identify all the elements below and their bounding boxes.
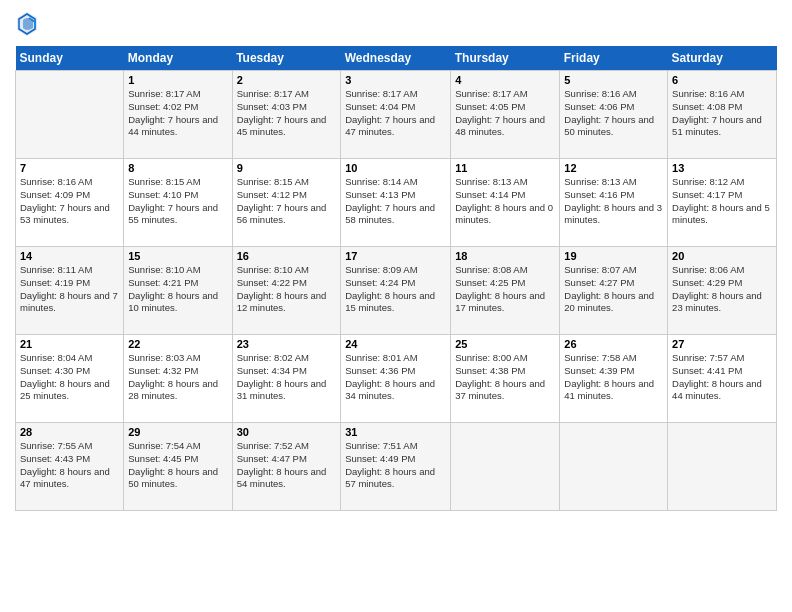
day-info: Sunrise: 8:12 AMSunset: 4:17 PMDaylight:… [672, 176, 772, 227]
day-number: 26 [564, 338, 663, 350]
day-number: 4 [455, 74, 555, 86]
week-row-3: 14Sunrise: 8:11 AMSunset: 4:19 PMDayligh… [16, 247, 777, 335]
day-number: 28 [20, 426, 119, 438]
day-number: 6 [672, 74, 772, 86]
week-row-2: 7Sunrise: 8:16 AMSunset: 4:09 PMDaylight… [16, 159, 777, 247]
day-info: Sunrise: 8:17 AMSunset: 4:04 PMDaylight:… [345, 88, 446, 139]
day-info: Sunrise: 8:14 AMSunset: 4:13 PMDaylight:… [345, 176, 446, 227]
day-number: 9 [237, 162, 337, 174]
day-number: 24 [345, 338, 446, 350]
calendar-table: SundayMondayTuesdayWednesdayThursdayFrid… [15, 46, 777, 511]
day-number: 16 [237, 250, 337, 262]
calendar-cell: 28Sunrise: 7:55 AMSunset: 4:43 PMDayligh… [16, 423, 124, 511]
day-info: Sunrise: 8:06 AMSunset: 4:29 PMDaylight:… [672, 264, 772, 315]
calendar-cell: 11Sunrise: 8:13 AMSunset: 4:14 PMDayligh… [451, 159, 560, 247]
day-info: Sunrise: 8:03 AMSunset: 4:32 PMDaylight:… [128, 352, 227, 403]
calendar-cell: 20Sunrise: 8:06 AMSunset: 4:29 PMDayligh… [668, 247, 777, 335]
week-row-4: 21Sunrise: 8:04 AMSunset: 4:30 PMDayligh… [16, 335, 777, 423]
week-row-5: 28Sunrise: 7:55 AMSunset: 4:43 PMDayligh… [16, 423, 777, 511]
weekday-header-thursday: Thursday [451, 46, 560, 71]
day-info: Sunrise: 8:17 AMSunset: 4:05 PMDaylight:… [455, 88, 555, 139]
day-info: Sunrise: 8:08 AMSunset: 4:25 PMDaylight:… [455, 264, 555, 315]
day-number: 18 [455, 250, 555, 262]
day-number: 22 [128, 338, 227, 350]
calendar-cell: 6Sunrise: 8:16 AMSunset: 4:08 PMDaylight… [668, 71, 777, 159]
day-info: Sunrise: 7:52 AMSunset: 4:47 PMDaylight:… [237, 440, 337, 491]
day-info: Sunrise: 8:01 AMSunset: 4:36 PMDaylight:… [345, 352, 446, 403]
day-info: Sunrise: 8:10 AMSunset: 4:22 PMDaylight:… [237, 264, 337, 315]
day-number: 5 [564, 74, 663, 86]
day-number: 27 [672, 338, 772, 350]
day-info: Sunrise: 8:04 AMSunset: 4:30 PMDaylight:… [20, 352, 119, 403]
day-info: Sunrise: 7:51 AMSunset: 4:49 PMDaylight:… [345, 440, 446, 491]
day-number: 3 [345, 74, 446, 86]
day-number: 2 [237, 74, 337, 86]
day-info: Sunrise: 8:10 AMSunset: 4:21 PMDaylight:… [128, 264, 227, 315]
day-info: Sunrise: 8:07 AMSunset: 4:27 PMDaylight:… [564, 264, 663, 315]
calendar-cell: 7Sunrise: 8:16 AMSunset: 4:09 PMDaylight… [16, 159, 124, 247]
day-number: 19 [564, 250, 663, 262]
calendar-cell: 4Sunrise: 8:17 AMSunset: 4:05 PMDaylight… [451, 71, 560, 159]
day-number: 7 [20, 162, 119, 174]
day-info: Sunrise: 8:09 AMSunset: 4:24 PMDaylight:… [345, 264, 446, 315]
weekday-header-friday: Friday [560, 46, 668, 71]
weekday-header-row: SundayMondayTuesdayWednesdayThursdayFrid… [16, 46, 777, 71]
day-number: 31 [345, 426, 446, 438]
day-info: Sunrise: 7:54 AMSunset: 4:45 PMDaylight:… [128, 440, 227, 491]
weekday-header-wednesday: Wednesday [341, 46, 451, 71]
calendar-cell: 3Sunrise: 8:17 AMSunset: 4:04 PMDaylight… [341, 71, 451, 159]
calendar-cell: 13Sunrise: 8:12 AMSunset: 4:17 PMDayligh… [668, 159, 777, 247]
day-info: Sunrise: 8:15 AMSunset: 4:10 PMDaylight:… [128, 176, 227, 227]
day-number: 30 [237, 426, 337, 438]
day-info: Sunrise: 7:55 AMSunset: 4:43 PMDaylight:… [20, 440, 119, 491]
week-row-1: 1Sunrise: 8:17 AMSunset: 4:02 PMDaylight… [16, 71, 777, 159]
calendar-cell: 9Sunrise: 8:15 AMSunset: 4:12 PMDaylight… [232, 159, 341, 247]
page: SundayMondayTuesdayWednesdayThursdayFrid… [0, 0, 792, 612]
weekday-header-sunday: Sunday [16, 46, 124, 71]
logo [15, 10, 43, 38]
day-info: Sunrise: 8:00 AMSunset: 4:38 PMDaylight:… [455, 352, 555, 403]
weekday-header-monday: Monday [124, 46, 232, 71]
day-info: Sunrise: 8:17 AMSunset: 4:02 PMDaylight:… [128, 88, 227, 139]
day-number: 25 [455, 338, 555, 350]
weekday-header-saturday: Saturday [668, 46, 777, 71]
day-number: 17 [345, 250, 446, 262]
day-info: Sunrise: 8:11 AMSunset: 4:19 PMDaylight:… [20, 264, 119, 315]
calendar-cell: 14Sunrise: 8:11 AMSunset: 4:19 PMDayligh… [16, 247, 124, 335]
day-info: Sunrise: 8:13 AMSunset: 4:16 PMDaylight:… [564, 176, 663, 227]
calendar-cell: 8Sunrise: 8:15 AMSunset: 4:10 PMDaylight… [124, 159, 232, 247]
calendar-cell: 31Sunrise: 7:51 AMSunset: 4:49 PMDayligh… [341, 423, 451, 511]
calendar-cell: 25Sunrise: 8:00 AMSunset: 4:38 PMDayligh… [451, 335, 560, 423]
day-number: 10 [345, 162, 446, 174]
calendar-cell [560, 423, 668, 511]
day-info: Sunrise: 8:13 AMSunset: 4:14 PMDaylight:… [455, 176, 555, 227]
day-number: 20 [672, 250, 772, 262]
day-number: 12 [564, 162, 663, 174]
day-number: 8 [128, 162, 227, 174]
day-number: 11 [455, 162, 555, 174]
day-number: 21 [20, 338, 119, 350]
calendar-cell: 21Sunrise: 8:04 AMSunset: 4:30 PMDayligh… [16, 335, 124, 423]
calendar-cell: 17Sunrise: 8:09 AMSunset: 4:24 PMDayligh… [341, 247, 451, 335]
calendar-cell: 23Sunrise: 8:02 AMSunset: 4:34 PMDayligh… [232, 335, 341, 423]
day-info: Sunrise: 7:58 AMSunset: 4:39 PMDaylight:… [564, 352, 663, 403]
calendar-cell: 24Sunrise: 8:01 AMSunset: 4:36 PMDayligh… [341, 335, 451, 423]
day-number: 14 [20, 250, 119, 262]
calendar-cell: 26Sunrise: 7:58 AMSunset: 4:39 PMDayligh… [560, 335, 668, 423]
calendar-cell [16, 71, 124, 159]
day-number: 29 [128, 426, 227, 438]
calendar-cell: 2Sunrise: 8:17 AMSunset: 4:03 PMDaylight… [232, 71, 341, 159]
calendar-cell [668, 423, 777, 511]
logo-icon [15, 10, 39, 38]
calendar-cell: 22Sunrise: 8:03 AMSunset: 4:32 PMDayligh… [124, 335, 232, 423]
day-info: Sunrise: 7:57 AMSunset: 4:41 PMDaylight:… [672, 352, 772, 403]
day-number: 13 [672, 162, 772, 174]
day-number: 1 [128, 74, 227, 86]
calendar-cell: 15Sunrise: 8:10 AMSunset: 4:21 PMDayligh… [124, 247, 232, 335]
calendar-cell: 5Sunrise: 8:16 AMSunset: 4:06 PMDaylight… [560, 71, 668, 159]
weekday-header-tuesday: Tuesday [232, 46, 341, 71]
calendar-cell: 16Sunrise: 8:10 AMSunset: 4:22 PMDayligh… [232, 247, 341, 335]
calendar-cell: 18Sunrise: 8:08 AMSunset: 4:25 PMDayligh… [451, 247, 560, 335]
day-number: 23 [237, 338, 337, 350]
day-info: Sunrise: 8:17 AMSunset: 4:03 PMDaylight:… [237, 88, 337, 139]
